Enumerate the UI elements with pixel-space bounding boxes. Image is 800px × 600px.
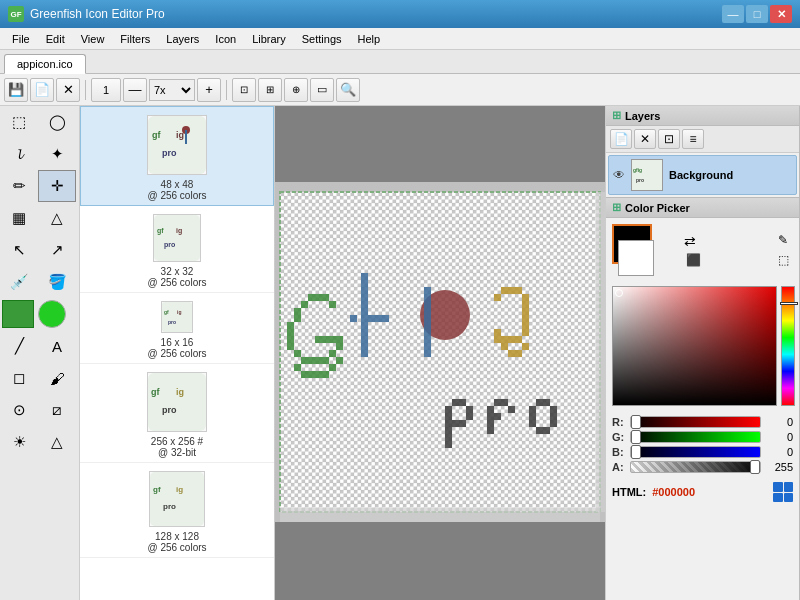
windows-logo — [773, 482, 793, 502]
svg-text:pro: pro — [636, 177, 644, 183]
new-layer-button[interactable]: 📄 — [610, 129, 632, 149]
marquee-ellipse-tool[interactable]: ◯ — [38, 106, 76, 138]
layer-item-background[interactable]: 👁 gfig pro Background — [608, 155, 797, 195]
maximize-button[interactable]: □ — [746, 5, 768, 23]
burn-tool[interactable]: △ — [38, 426, 76, 458]
grid-button[interactable]: ⊞ — [258, 78, 282, 102]
flatten-layer-button[interactable]: ⊡ — [658, 129, 680, 149]
pencil-tool[interactable]: ✏ — [0, 170, 38, 202]
eyedropper-tool[interactable]: 💉 — [0, 266, 38, 298]
blue-slider[interactable] — [630, 446, 761, 458]
frame-number[interactable]: 1 — [91, 78, 121, 102]
text-tool[interactable]: A — [38, 330, 76, 362]
svg-text:pro: pro — [162, 148, 177, 158]
red-label: R: — [612, 416, 626, 428]
html-color-row: HTML: #000000 — [606, 480, 799, 504]
svg-rect-37 — [294, 315, 301, 322]
preview-button[interactable]: ▭ — [310, 78, 334, 102]
line-tool[interactable]: ╱ — [0, 330, 38, 362]
red-slider[interactable] — [630, 416, 761, 428]
svg-rect-10 — [162, 302, 192, 332]
bucket-tool[interactable]: ⧄ — [38, 394, 76, 426]
svg-rect-31 — [294, 308, 301, 315]
background-swatch[interactable] — [618, 240, 654, 276]
layers-expand-icon[interactable]: ⊞ — [612, 109, 621, 122]
icon-colors-128: @ 256 colors — [147, 542, 206, 553]
right-panel: ⊞ Layers 📄 ✕ ⊡ ≡ 👁 gfig — [605, 106, 800, 600]
svg-rect-127 — [536, 399, 543, 406]
svg-rect-51 — [322, 336, 329, 343]
menu-help[interactable]: Help — [350, 31, 389, 47]
icon-item-16x16[interactable]: gf ig pro 16 x 16 @ 256 colors — [80, 293, 274, 364]
fill-tool[interactable]: 🪣 — [38, 266, 76, 298]
magic-wand-tool[interactable]: ✦ — [38, 138, 76, 170]
color-bright-green-swatch[interactable] — [38, 300, 66, 328]
svg-rect-48 — [336, 343, 343, 350]
icon-item-48x48[interactable]: gf ig pro 48 x 48 @ 256 colors — [80, 106, 274, 206]
menu-view[interactable]: View — [73, 31, 113, 47]
color-picker-expand-icon[interactable]: ⊞ — [612, 201, 621, 214]
lasso-tool[interactable]: 𝓵 — [0, 138, 38, 170]
icon-item-256x256[interactable]: gf ig pro 256 x 256 # @ 32-bit — [80, 364, 274, 463]
svg-rect-66 — [361, 315, 368, 322]
close-button[interactable]: ✕ — [770, 5, 792, 23]
delete-layer-button[interactable]: ✕ — [634, 129, 656, 149]
save-button[interactable]: 💾 — [4, 78, 28, 102]
tab-appicon[interactable]: appicon.ico — [4, 54, 86, 74]
svg-rect-134 — [529, 420, 536, 427]
eraser-tool[interactable]: ◻ — [0, 362, 38, 394]
pixel-canvas[interactable] — [275, 182, 605, 522]
clone-tool[interactable]: ⊙ — [0, 394, 38, 426]
svg-rect-41 — [287, 343, 294, 350]
crop-tool[interactable]: ↗ — [38, 234, 76, 266]
icon-item-128x128[interactable]: gf ig pro 128 x 128 @ 256 colors — [80, 463, 274, 558]
center-button[interactable]: ⊕ — [284, 78, 308, 102]
color-green-swatch[interactable] — [2, 300, 34, 328]
menu-settings[interactable]: Settings — [294, 31, 350, 47]
close-file-button[interactable]: ✕ — [56, 78, 80, 102]
layer-list: 👁 gfig pro Background — [606, 153, 799, 197]
color-gradient-box[interactable] — [612, 286, 777, 406]
minimize-button[interactable]: — — [722, 5, 744, 23]
color-swatches: ⇄ ⬛ ✎ ⬚ — [606, 218, 799, 282]
merge-layer-button[interactable]: ≡ — [682, 129, 704, 149]
svg-text:gf: gf — [157, 227, 164, 235]
icon-item-32x32[interactable]: gf ig pro 32 x 32 @ 256 colors — [80, 206, 274, 293]
fit-button[interactable]: ⊡ — [232, 78, 256, 102]
svg-rect-56 — [315, 371, 322, 378]
edit-bg-icon[interactable]: ⬚ — [778, 253, 789, 267]
menu-layers[interactable]: Layers — [158, 31, 207, 47]
zoom-select[interactable]: 7x 1x 2x 3x 4x 5x 6x 8x — [149, 79, 195, 101]
menu-edit[interactable]: Edit — [38, 31, 73, 47]
hue-strip[interactable] — [781, 286, 795, 406]
zoom-out-button[interactable]: — — [123, 78, 147, 102]
svg-rect-32 — [301, 301, 308, 308]
toolbar: 💾 📄 ✕ 1 — 7x 1x 2x 3x 4x 5x 6x 8x + ⊡ ⊞ … — [0, 74, 800, 106]
transform-tool[interactable]: △ — [38, 202, 76, 234]
new-button[interactable]: 📄 — [30, 78, 54, 102]
alpha-slider[interactable] — [630, 461, 761, 473]
dodge-tool[interactable]: ☀ — [0, 426, 38, 458]
canvas-area[interactable] — [275, 106, 605, 600]
menu-file[interactable]: File — [4, 31, 38, 47]
svg-rect-120 — [487, 420, 494, 427]
edit-fg-icon[interactable]: ✎ — [778, 233, 789, 247]
menu-icon[interactable]: Icon — [207, 31, 244, 47]
zoom-in-button[interactable]: + — [197, 78, 221, 102]
selection-tool[interactable]: ↖ — [0, 234, 38, 266]
move-tool[interactable]: ✛ — [38, 170, 76, 202]
layer-visibility-icon[interactable]: 👁 — [613, 168, 625, 182]
swap-colors-icon[interactable]: ⇄ — [684, 233, 701, 249]
green-slider[interactable] — [630, 431, 761, 443]
svg-rect-60 — [361, 273, 368, 280]
paintbrush-tool[interactable]: 🖌 — [38, 362, 76, 394]
marquee-rect-tool[interactable]: ⬚ — [0, 106, 38, 138]
tool-row-5: ↖ ↗ — [0, 234, 79, 266]
svg-rect-99 — [501, 336, 508, 343]
svg-text:gf: gf — [153, 485, 161, 494]
zoom-fit-button[interactable]: 🔍 — [336, 78, 360, 102]
menu-library[interactable]: Library — [244, 31, 294, 47]
reset-colors-icon[interactable]: ⬛ — [686, 253, 701, 267]
menu-filters[interactable]: Filters — [112, 31, 158, 47]
gradient-tool[interactable]: ▦ — [0, 202, 38, 234]
